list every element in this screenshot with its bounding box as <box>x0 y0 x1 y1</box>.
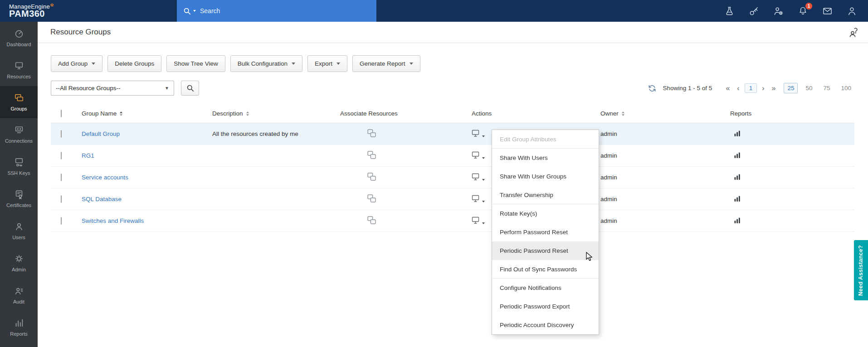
group-name-link[interactable]: SQL Database <box>82 196 122 202</box>
group-name-link[interactable]: Switches and Firewalls <box>82 217 144 224</box>
sort-icon[interactable] <box>120 111 122 116</box>
menu-item-transfer-ownership[interactable]: Transfer Ownership <box>492 186 599 204</box>
menu-item-perform-password-reset[interactable]: Perform Password Reset <box>492 223 599 241</box>
column-header-associate-resources: Associate Resources <box>336 104 468 123</box>
associate-resources-icon[interactable] <box>367 216 376 224</box>
associate-resources-icon[interactable] <box>367 129 376 137</box>
table-row: Default Group All the resources created … <box>51 123 854 145</box>
menu-item-periodic-password-reset[interactable]: Periodic Password Reset <box>492 241 599 260</box>
sidebar-item-ssh-keys[interactable]: SSH Keys <box>0 150 38 183</box>
bell-icon[interactable]: 1 <box>798 6 808 16</box>
menu-item-periodic-password-export[interactable]: Periodic Password Export <box>492 297 599 316</box>
sort-icon[interactable] <box>246 111 249 116</box>
sidebar-item-certificates[interactable]: Certificates <box>0 183 38 215</box>
search-input[interactable] <box>200 7 370 14</box>
column-header-description[interactable]: Description <box>209 104 336 123</box>
delete-groups-button[interactable]: Delete Groups <box>107 55 161 72</box>
select-all-checkbox[interactable] <box>61 110 62 117</box>
monitor-icon <box>14 61 24 71</box>
report-chart-icon[interactable] <box>734 151 741 159</box>
column-label: Associate Resources <box>340 110 398 117</box>
mail-icon[interactable] <box>822 6 833 16</box>
report-chart-icon[interactable] <box>734 173 741 180</box>
users-icon <box>14 222 24 231</box>
pagination: Showing 1 - 5 of 5 « ‹ 1 › » 25 50 75 10… <box>648 83 854 93</box>
page-size-25[interactable]: 25 <box>784 83 798 93</box>
show-tree-view-button[interactable]: Show Tree View <box>166 55 225 72</box>
next-page-button[interactable]: › <box>758 84 768 92</box>
row-checkbox[interactable] <box>61 195 62 203</box>
export-button[interactable]: Export <box>307 55 347 72</box>
menu-item-configure-notifications[interactable]: Configure Notifications <box>492 279 599 297</box>
row-checkbox[interactable] <box>61 130 62 138</box>
user-gear-icon[interactable] <box>773 6 784 16</box>
associate-resources-icon[interactable] <box>367 151 376 159</box>
sidebar-item-label: Resources <box>7 74 31 79</box>
generate-report-button[interactable]: Generate Report <box>352 55 420 72</box>
group-name-link[interactable]: RG1 <box>82 152 94 159</box>
group-name-link[interactable]: Default Group <box>82 130 120 137</box>
row-checkbox[interactable] <box>61 152 62 159</box>
actions-menu-button[interactable] <box>472 217 485 224</box>
report-chart-icon[interactable] <box>734 217 741 224</box>
associate-resources-icon[interactable] <box>367 173 376 181</box>
actions-menu-button[interactable] <box>472 173 485 181</box>
menu-item-share-with-users[interactable]: Share With Users <box>492 149 599 167</box>
group-name-link[interactable]: Service accounts <box>82 174 128 181</box>
row-checkbox[interactable] <box>61 217 62 225</box>
content-area: Add Group Delete Groups Show Tree View B… <box>38 43 868 232</box>
beaker-icon[interactable] <box>724 6 735 16</box>
add-group-button[interactable]: Add Group <box>51 55 102 72</box>
sidebar-item-resources[interactable]: Resources <box>0 54 38 86</box>
page-size-50[interactable]: 50 <box>802 83 815 93</box>
table-row: RG1 admin <box>51 145 854 167</box>
key-icon[interactable] <box>749 6 759 16</box>
search-scope-selector[interactable] <box>183 7 196 15</box>
column-label: Group Name <box>82 110 117 117</box>
sidebar-item-audit[interactable]: Audit <box>0 279 38 311</box>
menu-item-periodic-account-discovery[interactable]: Periodic Account Discovery <box>492 316 599 334</box>
sort-icon[interactable] <box>622 111 624 116</box>
menu-item-rotate-keys[interactable]: Rotate Key(s) <box>492 204 599 223</box>
report-chart-icon[interactable] <box>734 195 741 202</box>
actions-menu-button[interactable] <box>472 130 485 137</box>
page-title: Resource Groups <box>50 28 111 37</box>
last-page-button[interactable]: » <box>768 84 779 92</box>
menu-item-share-with-user-groups[interactable]: Share With User Groups <box>492 167 599 186</box>
profile-icon[interactable] <box>847 6 857 16</box>
topbar-icon-group: 1 <box>724 0 857 22</box>
group-description: All the resources created by me <box>209 123 336 145</box>
sidebar-item-reports[interactable]: Reports <box>0 311 38 343</box>
filter-search-button[interactable] <box>181 81 199 96</box>
report-chart-icon[interactable] <box>734 130 741 137</box>
column-header-owner[interactable]: Owner <box>597 104 727 123</box>
sidebar-item-users[interactable]: Users <box>0 215 38 247</box>
current-page[interactable]: 1 <box>745 83 757 93</box>
menu-item-find-out-of-sync-passwords[interactable]: Find Out of Sync Passwords <box>492 260 599 279</box>
page-size-75[interactable]: 75 <box>820 83 833 93</box>
row-checkbox[interactable] <box>61 174 62 181</box>
resource-group-filter-select[interactable]: --All Resource Groups-- ▼ <box>51 81 174 96</box>
bulk-configuration-button[interactable]: Bulk Configuration <box>230 55 302 72</box>
refresh-icon[interactable] <box>648 84 656 92</box>
column-label: Reports <box>730 110 751 117</box>
chevron-down-icon <box>482 157 485 159</box>
help-icon[interactable] <box>848 27 859 38</box>
brand-logo[interactable]: ManageEngine✿ PAM360 <box>0 3 54 19</box>
main-area: Resource Groups Add Group Delete Groups … <box>38 22 868 347</box>
associate-resources-icon[interactable] <box>367 194 376 202</box>
gear-icon <box>14 254 24 264</box>
sidebar-item-connections[interactable]: Connections <box>0 118 38 150</box>
first-page-button[interactable]: « <box>722 84 733 92</box>
actions-menu-button[interactable] <box>472 195 485 202</box>
actions-menu-button[interactable] <box>472 151 485 159</box>
sidebar-item-dashboard[interactable]: Dashboard <box>0 22 38 54</box>
audit-icon <box>14 286 24 296</box>
page-size-100[interactable]: 100 <box>838 83 854 93</box>
sidebar-item-admin[interactable]: Admin <box>0 247 38 279</box>
need-assistance-tab[interactable]: Need Assistance? <box>854 240 868 300</box>
sidebar-item-groups[interactable]: Groups <box>0 86 38 118</box>
prev-page-button[interactable]: ‹ <box>733 84 743 92</box>
groups-icon <box>14 93 24 103</box>
column-header-group-name[interactable]: Group Name <box>78 104 209 123</box>
